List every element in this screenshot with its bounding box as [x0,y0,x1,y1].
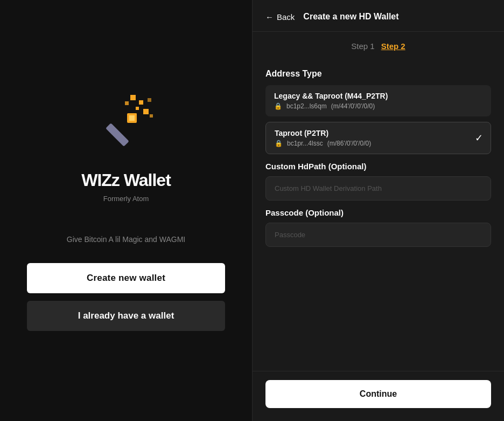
header-title: Create a new HD Wallet [303,12,398,22]
svg-rect-2 [125,101,129,105]
option-taproot-title: Taproot (P2TR) [275,129,482,137]
app-title: WIZz Wallet [81,170,171,190]
app-subtitle: Formerly Atom [103,195,149,203]
svg-rect-1 [139,100,143,105]
option-legacy-address: bc1p2...ls6qm [286,102,327,110]
address-option-taproot[interactable]: Taproot (P2TR) 🔒 bc1pr...4lssc (m/86'/0'… [265,122,491,154]
svg-rect-8 [106,123,129,147]
hd-path-section: Custom HdPath (Optional) [265,162,491,201]
left-panel: WIZz Wallet Formerly Atom Give Bitcoin A… [0,0,252,421]
steps-row: Step 1 Step 2 [253,32,504,58]
back-label: Back [277,12,295,22]
right-footer: Continue [253,371,504,421]
svg-rect-10 [129,115,135,121]
right-content: Address Type Legacy && Taproot (M44_P2TR… [253,58,504,371]
svg-rect-7 [150,114,153,118]
selected-check-icon: ✓ [475,132,483,144]
option-taproot-path: (m/86'/0'/0'/0/0) [327,140,372,147]
hd-path-input[interactable] [265,176,491,201]
hd-path-label: Custom HdPath (Optional) [265,162,491,171]
lock-icon-taproot: 🔒 [275,140,283,147]
back-button[interactable]: ← Back [265,12,295,22]
option-taproot-address: bc1pr...4lssc [287,140,323,147]
right-header: ← Back Create a new HD Wallet [253,0,504,32]
app-name: WIZz Wallet [81,170,171,190]
address-option-legacy[interactable]: Legacy && Taproot (M44_P2TR) 🔒 bc1p2...l… [265,85,491,116]
option-legacy-title: Legacy && Taproot (M44_P2TR) [274,92,482,100]
lock-icon-legacy: 🔒 [274,102,282,110]
option-legacy-path: (m/44'/0'/0'/0/0) [331,102,375,110]
tagline: Give Bitcoin A lil Magic and WAGMI [67,235,185,244]
wand-icon [94,91,158,155]
option-taproot-detail: 🔒 bc1pr...4lssc (m/86'/0'/0'/0/0) [275,140,482,147]
import-wallet-button[interactable]: I already have a wallet [27,301,225,331]
option-legacy-detail: 🔒 bc1p2...ls6qm (m/44'/0'/0'/0/0) [274,102,482,110]
create-wallet-button[interactable]: Create new wallet [27,263,225,293]
right-panel: ← Back Create a new HD Wallet Step 1 Ste… [252,0,504,421]
address-type-title: Address Type [265,69,491,79]
passcode-section: Passcode (Optional) [265,208,491,247]
passcode-label: Passcode (Optional) [265,208,491,217]
passcode-input[interactable] [265,223,491,247]
back-arrow-icon: ← [265,12,274,22]
step2-label[interactable]: Step 2 [381,42,405,51]
svg-rect-5 [148,98,151,102]
continue-button[interactable]: Continue [265,380,491,408]
svg-rect-3 [136,107,139,110]
svg-rect-4 [143,109,149,114]
logo-area: WIZz Wallet Formerly Atom [81,91,171,203]
svg-rect-0 [130,95,136,100]
step1-label: Step 1 [351,42,374,51]
